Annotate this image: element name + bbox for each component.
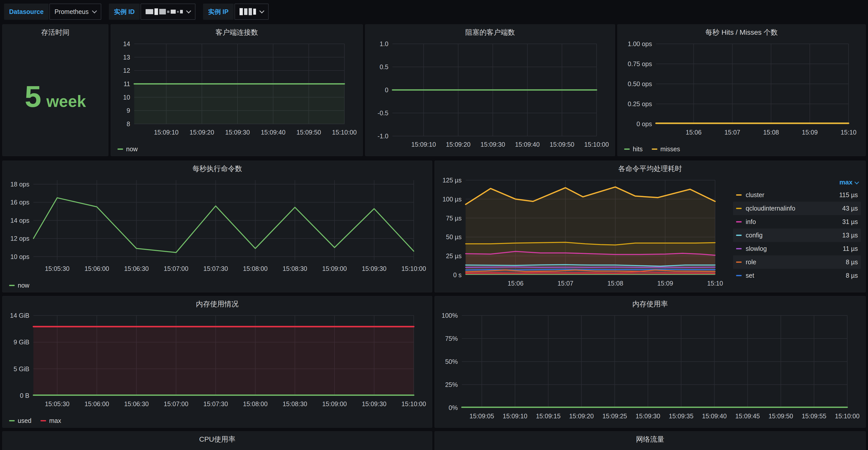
y-axis-tick-label: 0.5 bbox=[379, 63, 389, 70]
y-axis-tick-label: 0 s bbox=[453, 271, 462, 278]
legend-marker bbox=[736, 248, 742, 249]
x-axis-tick-label: 15:09:50 bbox=[769, 413, 793, 420]
x-axis-tick-label: 15:10 bbox=[841, 129, 857, 136]
panel-title[interactable]: 每秒 Hits / Misses 个数 bbox=[618, 28, 865, 37]
memory-usage-chart[interactable]: 0 B5 GiB9 GiB14 GiB15:05:3015:06:0015:06… bbox=[6, 311, 429, 410]
panel-title[interactable]: 内存使用率 bbox=[435, 299, 865, 309]
legend-marker bbox=[736, 194, 742, 196]
x-axis-tick-label: 15:08 bbox=[763, 129, 779, 136]
y-axis-tick-label: 0.75 ops bbox=[628, 60, 652, 67]
y-axis-tick-label: 100 µs bbox=[442, 196, 462, 203]
x-axis-tick-label: 15:06:30 bbox=[124, 400, 149, 408]
y-axis-tick-label: 18 ops bbox=[10, 181, 29, 188]
series-name: set bbox=[746, 272, 846, 279]
legend-item-max[interactable]: max bbox=[40, 417, 61, 424]
legend-row-qcloudinternalinfo[interactable]: qcloudinternalinfo43 µs bbox=[733, 202, 861, 215]
x-axis-tick-label: 15:07:30 bbox=[203, 400, 228, 408]
panel-title[interactable]: 客户端连接数 bbox=[111, 28, 363, 37]
legend-label: now bbox=[126, 145, 138, 153]
y-axis-tick-label: 0% bbox=[449, 404, 458, 411]
panel-title[interactable]: 内存使用情况 bbox=[3, 299, 432, 309]
legend-marker bbox=[736, 208, 742, 209]
y-axis-tick-label: 12 ops bbox=[10, 235, 29, 242]
legend-label: now bbox=[18, 282, 29, 289]
x-axis-tick-label: 15:08:00 bbox=[243, 265, 268, 272]
x-axis-tick-label: 15:09:05 bbox=[469, 413, 494, 420]
legend-stat-header[interactable]: max bbox=[733, 176, 861, 188]
instance-ip-dropdown[interactable] bbox=[235, 4, 269, 20]
legend-item-now[interactable]: now bbox=[9, 282, 29, 289]
redacted-block bbox=[154, 8, 158, 15]
blocked-clients-chart[interactable]: -1.0-0.500.51.015:09:1015:09:2015:09:301… bbox=[368, 39, 612, 151]
legend-row-cluster[interactable]: cluster115 µs bbox=[733, 188, 861, 202]
legend-label: hits bbox=[633, 145, 643, 153]
legend-row-info[interactable]: info31 µs bbox=[733, 215, 861, 229]
x-axis-tick-label: 15:09:30 bbox=[480, 141, 505, 148]
panel-title[interactable]: 每秒执行命令数 bbox=[3, 164, 432, 174]
y-axis-tick-label: 1.0 bbox=[379, 40, 389, 48]
y-axis-tick-label: 11 bbox=[124, 80, 130, 87]
x-axis-tick-label: 15:09 bbox=[657, 280, 673, 287]
panel-title[interactable]: 各命令平均处理耗时 bbox=[435, 164, 865, 174]
legend-marker bbox=[736, 221, 742, 222]
uptime-unit: week bbox=[46, 92, 86, 111]
x-axis-tick-label: 15:09:10 bbox=[503, 413, 527, 420]
instance-id-dropdown[interactable] bbox=[141, 4, 195, 20]
legend-marker bbox=[736, 275, 742, 276]
series-name: cluster bbox=[746, 191, 839, 199]
commands-chart[interactable]: 10 ops12 ops14 ops16 ops18 ops15:05:3015… bbox=[6, 176, 429, 275]
panel-title[interactable]: CPU使用率 bbox=[3, 434, 432, 444]
x-axis-tick-label: 15:07 bbox=[724, 129, 740, 136]
datasource-label: Datasource bbox=[4, 4, 49, 20]
panel-commands-per-sec: 每秒执行命令数 10 ops12 ops14 ops16 ops18 ops15… bbox=[2, 161, 432, 292]
connections-chart[interactable]: 89101112131415:09:1015:09:2015:09:3015:0… bbox=[114, 39, 360, 139]
legend-row-slowlog[interactable]: slowlog11 µs bbox=[733, 242, 861, 256]
panel-uptime: 存活时间 5 week bbox=[2, 24, 108, 156]
y-axis-tick-label: 0.25 ops bbox=[628, 100, 652, 108]
x-axis-tick-label: 15:09:10 bbox=[411, 141, 436, 148]
legend-marker bbox=[736, 262, 742, 263]
datasource-value: Prometheus bbox=[55, 8, 89, 16]
legend-item-now[interactable]: now bbox=[118, 145, 138, 153]
memory-rate-chart[interactable]: 0%25%50%75%100%15:09:0515:09:1015:09:151… bbox=[438, 311, 862, 422]
instance-id-control: 实例 ID bbox=[109, 4, 195, 20]
panel-title[interactable]: 网络流量 bbox=[435, 434, 865, 444]
legend-marker bbox=[9, 285, 15, 286]
series-name: qcloudinternalinfo bbox=[746, 205, 842, 212]
legend-marker bbox=[736, 235, 742, 236]
y-axis-tick-label: 9 bbox=[127, 107, 130, 114]
legend-rows: cluster115 µsqcloudinternalinfo43 µsinfo… bbox=[733, 188, 861, 282]
instance-ip-label: 实例 IP bbox=[203, 4, 234, 20]
redacted-block bbox=[180, 10, 183, 13]
datasource-dropdown[interactable]: Prometheus bbox=[50, 4, 101, 20]
legend-row-config[interactable]: config13 µs bbox=[733, 229, 861, 242]
y-axis-tick-label: 12 bbox=[123, 67, 130, 74]
x-axis-tick-label: 15:09:20 bbox=[569, 413, 594, 420]
series-line-slowlog bbox=[466, 267, 715, 268]
legend-marker bbox=[652, 148, 657, 150]
series-name: info bbox=[746, 218, 842, 226]
series-max-value: 31 µs bbox=[842, 218, 858, 226]
legend-row-role[interactable]: role8 µs bbox=[733, 256, 861, 269]
panel-client-connections: 客户端连接数 89101112131415:09:1015:09:2015:09… bbox=[111, 24, 363, 156]
legend-item-hits[interactable]: hits bbox=[624, 145, 643, 153]
legend-item-misses[interactable]: misses bbox=[652, 145, 680, 153]
command-latency-chart[interactable]: 0 s25 µs50 µs75 µs100 µs125 µs15:0615:07… bbox=[438, 176, 726, 290]
legend-item-used[interactable]: used bbox=[9, 417, 31, 424]
legend-row-set[interactable]: set8 µs bbox=[733, 269, 861, 282]
x-axis-tick-label: 15:10:00 bbox=[584, 141, 609, 148]
redacted-block bbox=[177, 11, 179, 13]
y-axis-tick-label: 1.00 ops bbox=[628, 40, 652, 48]
x-axis-tick-label: 15:09:20 bbox=[446, 141, 470, 148]
series-max-value: 8 µs bbox=[846, 272, 858, 279]
x-axis-tick-label: 15:09:30 bbox=[225, 129, 250, 136]
panel-title[interactable]: 阻塞的客户端数 bbox=[365, 28, 615, 37]
redacted-instance-id bbox=[146, 8, 183, 15]
hits-misses-chart[interactable]: 0 ops0.25 ops0.50 ops0.75 ops1.00 ops15:… bbox=[621, 39, 862, 139]
legend-label: max bbox=[49, 417, 61, 424]
legend-table: max cluster115 µsqcloudinternalinfo43 µs… bbox=[733, 176, 861, 282]
x-axis-tick-label: 15:09:30 bbox=[362, 400, 386, 408]
x-axis-tick-label: 15:09:30 bbox=[362, 265, 386, 272]
redacted-block bbox=[170, 10, 176, 14]
chevron-down-icon bbox=[854, 180, 859, 184]
